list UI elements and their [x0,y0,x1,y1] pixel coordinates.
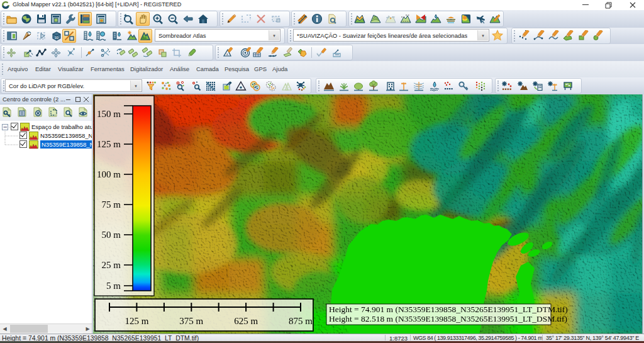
svg-text:75 m: 75 m [102,200,121,210]
svg-text:25 m: 25 m [102,260,121,270]
svg-text:100 m: 100 m [97,169,121,179]
svg-text:375 m: 375 m [179,316,203,326]
svg-text:50 m: 50 m [102,230,121,240]
svg-text:x: x [226,52,228,56]
svg-text:150 m: 150 m [97,109,121,119]
svg-text:5 m: 5 m [106,281,121,291]
svg-text:Height = 82.518 m (N35359E1398: Height = 82.518 m (N35359E139858_N35265E… [329,314,567,323]
svg-text:125 m: 125 m [97,139,121,149]
svg-text:625 m: 625 m [234,316,258,326]
svg-text:875 m: 875 m [289,316,313,326]
svg-text:125 m: 125 m [125,316,148,326]
svg-text:Height = 74.901 m (N35359E1398: Height = 74.901 m (N35359E139858_N35265E… [329,305,568,314]
svg-text:3D: 3D [55,37,59,40]
